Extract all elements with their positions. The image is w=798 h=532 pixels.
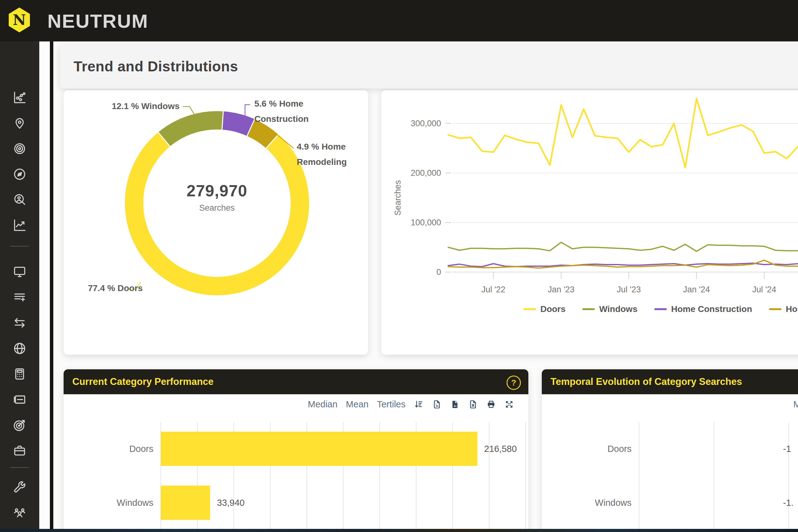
- sidebar-divider: [10, 467, 29, 468]
- legend-label: Home Construction: [671, 304, 752, 314]
- bar-category-label: Doors: [542, 432, 631, 466]
- legend-item-doors[interactable]: Doors: [524, 304, 566, 314]
- transfer-arrows-icon[interactable]: [13, 316, 27, 330]
- searches-trend-card: 0100,000200,000300,000Jul '22Jan '23Jul …: [381, 90, 798, 355]
- donut-center-total: 279,970 Searches: [155, 182, 279, 213]
- bar-chart-rows: Doors216,580Windows33,940: [63, 369, 528, 532]
- legend-item-home-construction[interactable]: Home Construction: [654, 304, 752, 314]
- svg-text:Jan '24: Jan '24: [683, 285, 710, 294]
- bar-value: 33,940: [217, 486, 245, 520]
- temporal-evolution-card: Temporal Evolution of Category Searches …: [542, 369, 798, 532]
- bar-row-windows: Windows-1.: [542, 486, 798, 520]
- bar-category-label: Windows: [542, 486, 631, 520]
- brand-logo-letter: N: [13, 12, 26, 28]
- page-title: Trend and Distributions: [74, 58, 238, 75]
- legend-item-home-remodeling[interactable]: Home Remodeling: [769, 304, 798, 314]
- svg-text:Searches: Searches: [393, 180, 402, 216]
- legend-label: Windows: [599, 304, 638, 314]
- donut-slice-windows[interactable]: [158, 111, 224, 147]
- bar-value: -1: [783, 432, 791, 466]
- svg-text:0: 0: [436, 267, 441, 277]
- bar-value: -1.: [783, 486, 794, 520]
- series-line-home-construction: [448, 247, 798, 267]
- bar-row-windows: Windows33,940: [63, 486, 528, 520]
- brand-logo-icon[interactable]: N: [9, 7, 30, 33]
- bar-windows[interactable]: [160, 486, 210, 520]
- donut-callout-home-remodeling: 4.9 % Home Remodeling: [297, 139, 347, 170]
- total-searches-label: Searches: [155, 203, 279, 213]
- bar-doors[interactable]: [160, 432, 477, 466]
- svg-text:Jan '23: Jan '23: [548, 285, 574, 294]
- svg-text:Jul '22: Jul '22: [481, 285, 505, 294]
- news-panel-icon[interactable]: [13, 392, 27, 407]
- svg-text:Jul '24: Jul '24: [752, 285, 776, 294]
- legend-label: Home Remodeling: [786, 304, 798, 314]
- legend-dash: [769, 308, 781, 310]
- total-searches-value: 279,970: [155, 182, 279, 200]
- donut-callout-windows: 12.1 % Windows: [112, 98, 179, 114]
- donut-callout-doors: 77.4 % Doors: [88, 281, 143, 296]
- legend-dash: [582, 308, 595, 310]
- scatter-chart-icon[interactable]: [13, 90, 27, 105]
- legend-dash: [524, 308, 536, 310]
- trend-chart-icon[interactable]: [13, 218, 27, 232]
- sidebar-nav: [0, 41, 39, 532]
- bar-row-doors: Doors-1: [542, 432, 798, 466]
- background-window-edge: [0, 529, 798, 532]
- svg-text:100,000: 100,000: [411, 218, 441, 227]
- svg-text:200,000: 200,000: [411, 168, 441, 178]
- target-icon[interactable]: [13, 141, 27, 156]
- content-divider-rule: [50, 41, 53, 532]
- main-content: Trend and Distributions 12.1 % Windows 5…: [53, 41, 798, 532]
- donut-chart: [63, 90, 368, 355]
- bar-category-label: Doors: [63, 432, 153, 466]
- svg-text:Jul '23: Jul '23: [617, 285, 641, 294]
- brand-name: NEUTRUM: [48, 10, 148, 32]
- dartboard-icon[interactable]: [13, 418, 27, 432]
- series-line-doors: [448, 99, 798, 168]
- team-icon[interactable]: [13, 505, 27, 519]
- donut-slice-doors[interactable]: [125, 132, 309, 296]
- user-search-icon[interactable]: [13, 193, 27, 207]
- map-pin-icon[interactable]: [13, 116, 27, 130]
- legend-item-windows[interactable]: Windows: [582, 304, 638, 314]
- briefcase-icon[interactable]: [13, 443, 27, 458]
- trend-line-chart: 0100,000200,000300,000Jul '22Jan '23Jul …: [381, 90, 798, 355]
- current-category-performance-card: Current Category Performance ? Median Me…: [63, 369, 528, 532]
- category-share-donut-card: 12.1 % Windows 5.6 % Home Construction 4…: [63, 90, 368, 355]
- donut-callout-home-construction: 5.6 % Home Construction: [254, 96, 309, 127]
- bar-category-label: Windows: [63, 486, 153, 520]
- legend-label: Doors: [540, 304, 566, 314]
- trend-legend: DoorsWindowsHome ConstructionHome Remode…: [381, 304, 798, 314]
- compass-icon[interactable]: [13, 167, 27, 182]
- sidebar-divider: [10, 246, 29, 247]
- playlist-add-icon[interactable]: [13, 290, 27, 304]
- legend-dash: [654, 308, 667, 310]
- wrench-icon[interactable]: [13, 480, 27, 494]
- top-bar: N NEUTRUM: [0, 0, 798, 41]
- bar-value: 216,580: [484, 432, 517, 466]
- series-line-windows: [448, 240, 798, 251]
- monitor-icon[interactable]: [13, 265, 27, 279]
- svg-text:300,000: 300,000: [411, 119, 441, 128]
- calculator-icon[interactable]: [13, 367, 27, 381]
- series-line-home-remodeling: [448, 260, 798, 268]
- page-header-card: Trend and Distributions: [60, 44, 798, 89]
- bar-row-doors: Doors216,580: [63, 432, 528, 466]
- globe-icon[interactable]: [13, 341, 27, 356]
- bar-chart-rows: Doors-1Windows-1.: [542, 369, 798, 532]
